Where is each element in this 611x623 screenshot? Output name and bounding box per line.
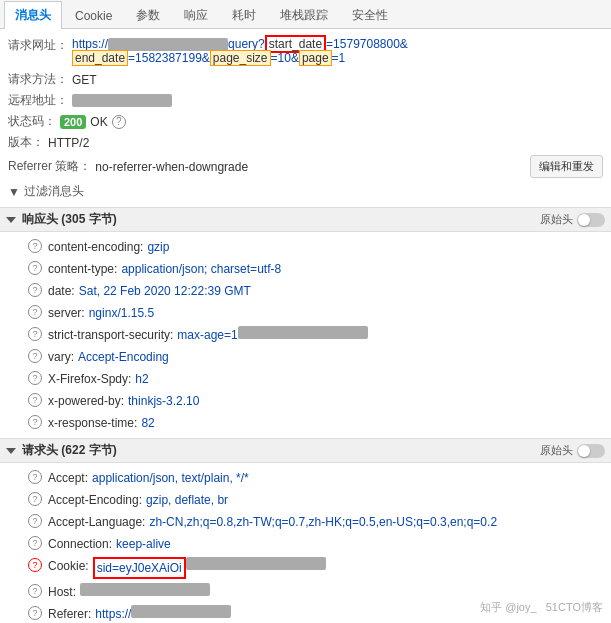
response-headers-section[interactable]: 响应头 (305 字节) 原始头: [0, 207, 611, 232]
header-name-vary: vary:: [48, 348, 74, 366]
header-name-accept: Accept:: [48, 469, 88, 487]
host-value-blurred: [80, 583, 210, 596]
status-label: 状态码：: [8, 113, 56, 130]
url-value: https:// query?start_date=1579708800& en…: [72, 37, 408, 65]
status-code: 200: [60, 115, 86, 129]
request-headers-toggle-group: 原始头: [540, 443, 605, 458]
help-icon-content-encoding[interactable]: ?: [28, 239, 42, 253]
help-icon-accept-language[interactable]: ?: [28, 514, 42, 528]
response-headers-raw-label: 原始头: [540, 212, 573, 227]
referrer-row: Referrer 策略： no-referrer-when-downgrade …: [8, 153, 603, 180]
header-name-cookie: Cookie:: [48, 557, 89, 575]
url-label: 请求网址：: [8, 37, 68, 54]
method-row: 请求方法： GET: [8, 69, 603, 90]
url-param-page-value: =1: [332, 51, 346, 65]
url-param-end-date-value: =1582387199&: [128, 51, 210, 65]
tab-params[interactable]: 参数: [125, 1, 171, 29]
header-value-x-firefox-spdy: h2: [135, 370, 148, 388]
tab-stack-trace[interactable]: 堆栈跟踪: [269, 1, 339, 29]
header-value-accept: application/json, text/plain, */*: [92, 469, 249, 487]
help-icon-content-type[interactable]: ?: [28, 261, 42, 275]
request-section-arrow: [6, 448, 16, 454]
header-value-x-powered-by: thinkjs-3.2.10: [128, 392, 199, 410]
header-name-x-response-time: x-response-time:: [48, 414, 137, 432]
request-headers-title: 请求头 (622 字节): [22, 442, 540, 459]
header-name-x-powered-by: x-powered-by:: [48, 392, 124, 410]
tab-security[interactable]: 安全性: [341, 1, 399, 29]
status-text: OK: [90, 115, 107, 129]
referrer-value: no-referrer-when-downgrade: [95, 160, 248, 174]
header-value-content-encoding: gzip: [147, 238, 169, 256]
help-icon-server[interactable]: ?: [28, 305, 42, 319]
url-prefix: https://: [72, 37, 108, 51]
tab-message-head[interactable]: 消息头: [4, 1, 62, 29]
header-value-referer-prefix: https://: [95, 605, 131, 623]
cookie-value-blurred: [186, 557, 326, 570]
help-icon-cookie[interactable]: ?: [28, 558, 42, 572]
referer-value-blurred: [131, 605, 231, 618]
remote-value-blurred: [72, 94, 172, 107]
header-name-strict-transport: strict-transport-security:: [48, 326, 173, 344]
url-param-end-date: end_date: [72, 50, 128, 66]
help-icon-referer[interactable]: ?: [28, 606, 42, 620]
response-header-date: ? date: Sat, 22 Feb 2020 12:22:39 GMT: [8, 280, 603, 302]
status-row: 状态码： 200 OK ?: [8, 111, 603, 132]
response-section-arrow: [6, 217, 16, 223]
help-icon-connection[interactable]: ?: [28, 536, 42, 550]
url-param-page: page: [299, 50, 332, 66]
header-value-strict-transport: max-age=1: [177, 326, 237, 344]
help-icon-accept-encoding[interactable]: ?: [28, 492, 42, 506]
header-name-content-type: content-type:: [48, 260, 117, 278]
tab-response[interactable]: 响应: [173, 1, 219, 29]
header-value-vary: Accept-Encoding: [78, 348, 169, 366]
version-value: HTTP/2: [48, 136, 89, 150]
help-icon-x-response-time[interactable]: ?: [28, 415, 42, 429]
status-help-icon[interactable]: ?: [112, 115, 126, 129]
request-header-connection: ? Connection: keep-alive: [8, 533, 603, 555]
header-name-connection: Connection:: [48, 535, 112, 553]
header-name-accept-encoding: Accept-Encoding:: [48, 491, 142, 509]
response-header-content-encoding: ? content-encoding: gzip: [8, 236, 603, 258]
help-icon-x-powered-by[interactable]: ?: [28, 393, 42, 407]
method-label: 请求方法：: [8, 71, 68, 88]
response-header-server: ? server: nginx/1.15.5: [8, 302, 603, 324]
edit-resend-button[interactable]: 编辑和重发: [530, 155, 603, 178]
response-headers-list: ? content-encoding: gzip ? content-type:…: [8, 236, 603, 434]
help-icon-vary[interactable]: ?: [28, 349, 42, 363]
response-headers-toggle[interactable]: [577, 213, 605, 227]
request-headers-section[interactable]: 请求头 (622 字节) 原始头: [0, 438, 611, 463]
help-icon-x-firefox-spdy[interactable]: ?: [28, 371, 42, 385]
response-headers-toggle-thumb: [578, 214, 590, 226]
url-param-page-size: page_size: [210, 50, 271, 66]
header-name-host: Host:: [48, 583, 76, 601]
watermark-text1: 知乎 @joy_: [480, 601, 536, 613]
request-header-cookie: ? Cookie: sid=eyJ0eXAiOi: [8, 555, 603, 581]
method-value: GET: [72, 73, 97, 87]
response-header-content-type: ? content-type: application/json; charse…: [8, 258, 603, 280]
header-name-referer: Referer:: [48, 605, 91, 623]
referrer-label: Referrer 策略：: [8, 158, 91, 175]
help-icon-accept[interactable]: ?: [28, 470, 42, 484]
cookie-highlight-value: sid=eyJ0eXAiOi: [93, 557, 186, 579]
watermark: 知乎 @joy_ 51CTO博客: [480, 600, 603, 615]
tab-time[interactable]: 耗时: [221, 1, 267, 29]
header-value-x-response-time: 82: [141, 414, 154, 432]
response-header-x-powered-by: ? x-powered-by: thinkjs-3.2.10: [8, 390, 603, 412]
help-icon-date[interactable]: ?: [28, 283, 42, 297]
response-header-x-firefox-spdy: ? X-Firefox-Spdy: h2: [8, 368, 603, 390]
tab-cookie[interactable]: Cookie: [64, 3, 123, 28]
header-name-content-encoding: content-encoding:: [48, 238, 143, 256]
request-headers-toggle-thumb: [578, 445, 590, 457]
remote-label: 远程地址：: [8, 92, 68, 109]
header-value-content-type: application/json; charset=utf-8: [121, 260, 281, 278]
header-value-connection: keep-alive: [116, 535, 171, 553]
response-header-vary: ? vary: Accept-Encoding: [8, 346, 603, 368]
header-name-x-firefox-spdy: X-Firefox-Spdy:: [48, 370, 131, 388]
version-row: 版本： HTTP/2: [8, 132, 603, 153]
request-headers-toggle[interactable]: [577, 444, 605, 458]
response-headers-title: 响应头 (305 字节): [22, 211, 540, 228]
header-value-accept-language: zh-CN,zh;q=0.8,zh-TW;q=0.7,zh-HK;q=0.5,e…: [149, 513, 497, 531]
help-icon-strict-transport[interactable]: ?: [28, 327, 42, 341]
request-header-accept: ? Accept: application/json, text/plain, …: [8, 467, 603, 489]
help-icon-host[interactable]: ?: [28, 584, 42, 598]
